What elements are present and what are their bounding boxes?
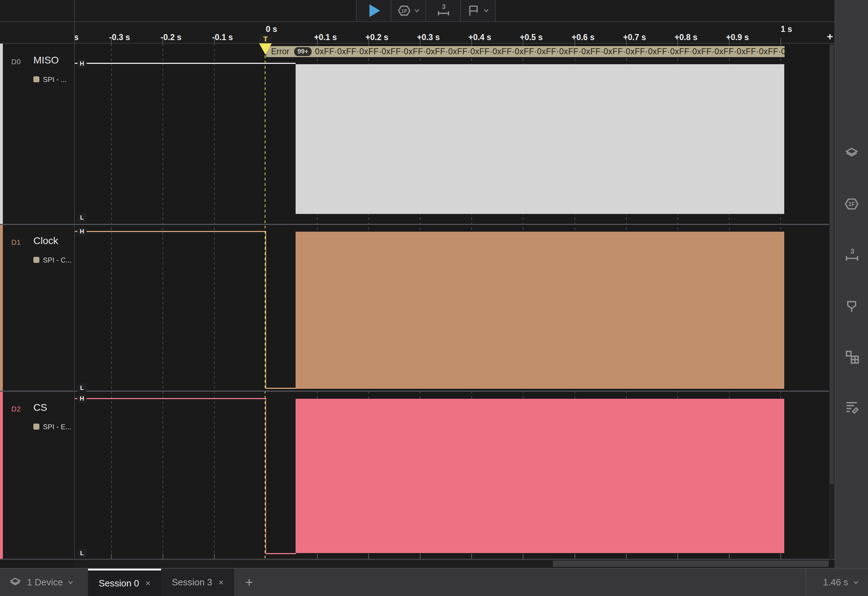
bottom-tick xyxy=(523,554,523,559)
tab-session-0-close-icon[interactable]: × xyxy=(146,578,151,588)
bottom-tick xyxy=(368,554,369,559)
hex-1f-icon-label: 1F xyxy=(848,201,855,207)
sidebar-annotations-button[interactable] xyxy=(844,299,859,314)
tab-session-3[interactable]: Session 3 × xyxy=(161,569,234,596)
bottom-bar-divider xyxy=(806,569,806,596)
tab-session-0[interactable]: Session 0 × xyxy=(88,569,161,596)
tab-session-3-close-icon[interactable]: × xyxy=(218,578,224,587)
vertical-scrollbar-thumb[interactable] xyxy=(830,44,834,484)
d2-channel-label[interactable]: D2 CS SPI - E... xyxy=(3,392,74,559)
flag-icon xyxy=(467,4,480,18)
horizontal-scrollbar[interactable] xyxy=(74,560,829,568)
flags-dropdown-button[interactable] xyxy=(461,0,496,21)
right-sidebar: 1F 3 xyxy=(835,0,868,568)
toolbar-button-group: 1F 3 xyxy=(356,0,496,21)
sidebar-hex-display-button[interactable]: 1F xyxy=(844,196,859,212)
bottom-tick xyxy=(729,554,729,559)
ruler-tick xyxy=(574,38,575,44)
waveform-viewport[interactable]: H L H L H L xyxy=(74,44,829,559)
row-separator xyxy=(0,224,868,225)
measure-icon-count: 3 xyxy=(442,4,446,10)
d2-color-strip xyxy=(0,392,3,559)
horizontal-scrollbar-thumb[interactable] xyxy=(553,561,829,567)
d1-low-marker: L xyxy=(77,384,87,392)
d0-color-strip xyxy=(0,44,3,224)
label-panel-divider xyxy=(74,0,75,559)
d1-data-block xyxy=(295,232,784,389)
measure-icon: 3 xyxy=(436,4,450,18)
capture-duration-value: 1.46 s xyxy=(823,577,848,588)
row-separator xyxy=(0,391,868,392)
bottom-tick xyxy=(317,554,317,559)
hex-display-dropdown-button[interactable]: 1F xyxy=(391,0,426,21)
hex-1f-icon: 1F xyxy=(397,4,411,18)
d1-high-marker: H xyxy=(77,227,87,236)
time-gridline xyxy=(162,44,163,559)
bottom-tick xyxy=(678,554,678,559)
timeline-ruler-scale: -0.4 s-0.3 s-0.2 s-0.1 s0 s+0.1 s+0.2 s+… xyxy=(74,22,835,44)
d1-channel-id: D1 xyxy=(11,238,21,246)
toolbar: 1F 3 xyxy=(0,0,868,22)
ruler-label: -0.2 s xyxy=(161,32,182,42)
vertical-scrollbar[interactable] xyxy=(829,44,835,559)
d1-low-line xyxy=(266,388,296,389)
d2-edge-line xyxy=(266,398,266,553)
timeline-zoom-plus[interactable]: + xyxy=(827,31,833,43)
tab-session-0-label: Session 0 xyxy=(99,578,139,589)
d1-channel-label[interactable]: D1 Clock SPI - C... xyxy=(3,225,74,391)
d2-channel-id: D2 xyxy=(11,405,21,413)
time-gridline xyxy=(214,44,215,559)
logic-analyzer-app: 1F 3 -0.4 s xyxy=(0,0,868,596)
sidebar-extensions-button[interactable] xyxy=(844,349,859,365)
d0-channel-label[interactable]: D0 MISO SPI - ... xyxy=(3,44,74,224)
ruler-tick xyxy=(471,38,472,44)
ruler-label: 1 s xyxy=(781,25,792,34)
extensions-grid-icon xyxy=(844,349,859,365)
d0-high-line xyxy=(74,63,295,64)
error-label: Error xyxy=(271,47,289,56)
chevron-down-icon xyxy=(853,580,859,586)
error-count-badge: 99+ xyxy=(294,47,311,56)
d0-analyzer-label[interactable]: SPI - ... xyxy=(43,75,67,84)
d0-channel-name: MISO xyxy=(33,55,59,66)
d0-low-marker: L xyxy=(77,213,87,222)
add-session-button[interactable]: + xyxy=(238,569,260,596)
trigger-line xyxy=(265,45,266,559)
ruler-label: -0.1 s xyxy=(212,32,233,42)
d2-analyzer-chip-icon xyxy=(33,423,39,429)
d1-analyzer-chip-icon xyxy=(33,257,39,263)
ruler-tick xyxy=(420,38,421,44)
device-selector-label: 1 Device xyxy=(27,577,63,588)
bottom-tick xyxy=(780,554,781,559)
bottom-tick xyxy=(214,554,215,559)
layers-icon xyxy=(9,576,22,589)
bottom-tick xyxy=(111,554,112,559)
device-selector-button[interactable]: 1 Device xyxy=(9,569,74,596)
capture-duration-button[interactable]: 1.46 s xyxy=(823,569,859,596)
sidebar-devices-button[interactable] xyxy=(844,146,859,161)
d2-analyzer-label[interactable]: SPI - E... xyxy=(43,423,71,431)
play-capture-button[interactable] xyxy=(357,0,391,21)
trigger-marker[interactable]: T xyxy=(260,34,272,44)
d2-channel-name: CS xyxy=(33,402,47,413)
ruler-label: -0.3 s xyxy=(109,32,130,42)
d1-high-line xyxy=(74,231,266,232)
measurements-button[interactable]: 3 xyxy=(426,0,461,21)
sidebar-notes-button[interactable] xyxy=(844,400,859,415)
d0-data-block xyxy=(295,64,784,214)
d0-high-marker: H xyxy=(77,59,87,68)
ruler-tick xyxy=(678,38,678,44)
tab-session-3-label: Session 3 xyxy=(172,577,212,588)
error-annotation-bar[interactable]: Error 99+ 0xFF·0xFF·0xFF·0xFF·0xFF·0xFF·… xyxy=(266,46,785,57)
d0-analyzer-chip-icon xyxy=(33,76,39,82)
d2-low-line xyxy=(266,553,296,554)
ruler-tick xyxy=(523,38,523,44)
ruler-tick xyxy=(780,38,781,44)
timeline-ruler[interactable]: -0.4 s-0.3 s-0.2 s-0.1 s0 s+0.1 s+0.2 s+… xyxy=(0,22,868,44)
sidebar-measurements-button[interactable]: 3 xyxy=(844,248,859,263)
play-icon xyxy=(369,4,380,17)
d1-analyzer-label[interactable]: SPI - C... xyxy=(43,256,72,264)
ruler-tick xyxy=(317,38,317,44)
hex-1f-icon-label: 1F xyxy=(401,8,407,14)
chevron-down-icon xyxy=(483,8,489,13)
